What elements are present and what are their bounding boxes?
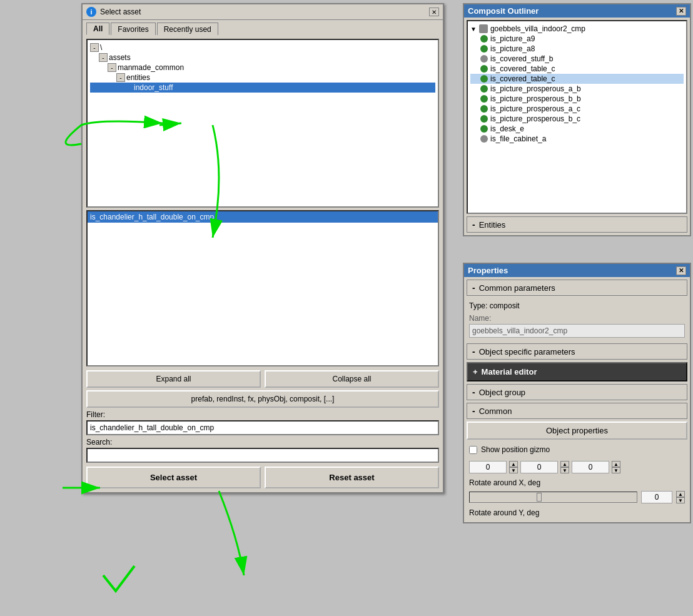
show-position-gizmo-row: Show position gizmo xyxy=(467,443,687,456)
root-node-icon xyxy=(479,24,488,33)
y-spinner[interactable]: ▲ ▼ xyxy=(560,461,569,473)
tree-label-assets: assets xyxy=(109,53,131,62)
search-input[interactable] xyxy=(86,448,439,463)
dot-icon-4 xyxy=(480,75,488,83)
x-spin-down[interactable]: ▼ xyxy=(509,467,518,473)
expand-all-button[interactable]: Expand all xyxy=(86,370,261,388)
outliner-close-button[interactable]: ✕ xyxy=(676,7,686,16)
y-spin-up[interactable]: ▲ xyxy=(560,461,569,467)
outliner-item-4[interactable]: is_covered_table_c xyxy=(470,74,684,84)
tree-expander-entities[interactable]: - xyxy=(116,73,125,82)
outliner-item-6[interactable]: is_picture_prosperous_b_b xyxy=(470,94,684,104)
dot-icon-1 xyxy=(480,45,488,53)
dot-icon-10 xyxy=(480,135,488,143)
material-editor-button[interactable]: + Material editor xyxy=(467,362,687,381)
tree-item-entities[interactable]: - entities xyxy=(90,73,435,83)
tree-label-root: \ xyxy=(100,43,102,52)
filter-input[interactable] xyxy=(86,420,439,435)
properties-panel: Properties ✕ - Common parameters Type: c… xyxy=(463,263,691,523)
search-label: Search: xyxy=(86,438,439,447)
common-params-header[interactable]: - Common parameters xyxy=(467,280,687,296)
x-input[interactable] xyxy=(469,461,507,473)
dot-icon-2 xyxy=(480,55,488,63)
mat-plus-icon: + xyxy=(473,367,478,376)
rotate-x-spinner[interactable]: ▲ ▼ xyxy=(676,491,685,503)
dot-icon-9 xyxy=(480,125,488,133)
filter-types-button[interactable]: prefab, rendInst, fx, physObj, composit,… xyxy=(86,390,439,408)
outliner-item-1[interactable]: is_picture_a8 xyxy=(470,44,684,54)
outliner-item-root[interactable]: ▼ goebbels_villa_indoor2_cmp xyxy=(470,24,684,34)
y-spin-down[interactable]: ▼ xyxy=(560,467,569,473)
outliner-item-10[interactable]: is_file_cabinet_a xyxy=(470,134,684,144)
tree-item-root[interactable]: - \ xyxy=(90,43,435,53)
dialog-tabs: All Favorites Recently used xyxy=(83,20,443,35)
x-spin-up[interactable]: ▲ xyxy=(509,461,518,467)
z-spin-up[interactable]: ▲ xyxy=(612,461,620,467)
tree-expander-assets[interactable]: - xyxy=(99,53,108,62)
outliner-label-7: is_picture_prosperous_a_c xyxy=(490,104,580,113)
expand-collapse-row: Expand all Collapse all xyxy=(86,370,439,388)
outliner-label-8: is_picture_prosperous_b_c xyxy=(490,114,580,123)
asset-item-chandelier[interactable]: is_chandelier_h_tall_double_on_cmp xyxy=(88,211,438,223)
entities-label: Entities xyxy=(479,220,506,230)
x-spinner[interactable]: ▲ ▼ xyxy=(509,461,518,473)
obj-group-label: Object group xyxy=(479,388,525,397)
outliner-tree[interactable]: ▼ goebbels_villa_indoor2_cmp is_picture_… xyxy=(467,20,687,214)
obj-spec-collapse: - xyxy=(472,346,475,356)
rotate-x-spin-down[interactable]: ▼ xyxy=(676,497,685,503)
rotate-y-label: Rotate around Y, deg xyxy=(467,507,687,518)
outliner-item-9[interactable]: is_desk_e xyxy=(470,124,684,134)
z-input[interactable] xyxy=(572,461,609,473)
outliner-item-3[interactable]: is_covered_table_c xyxy=(470,64,684,74)
tree-expander-root[interactable]: - xyxy=(90,43,99,52)
tree-label-manmade: manmade_common xyxy=(118,63,184,72)
outliner-label-6: is_picture_prosperous_b_b xyxy=(490,94,581,103)
tree-item-manmade-common[interactable]: - manmade_common xyxy=(90,63,435,73)
asset-item-label: is_chandelier_h_tall_double_on_cmp xyxy=(90,213,214,221)
y-input[interactable] xyxy=(520,461,558,473)
rotate-x-spin-up[interactable]: ▲ xyxy=(676,491,685,497)
tab-recently-used[interactable]: Recently used xyxy=(157,23,218,35)
name-input[interactable] xyxy=(469,324,685,338)
asset-tree-panel[interactable]: - \ - assets - manmade_common - entities… xyxy=(86,39,439,208)
tree-collapse-icon: ▼ xyxy=(470,26,477,33)
tree-item-assets[interactable]: - assets xyxy=(90,53,435,63)
material-editor-label: Material editor xyxy=(482,367,537,376)
tab-all[interactable]: All xyxy=(86,23,109,35)
outliner-item-5[interactable]: is_picture_prosperous_a_b xyxy=(470,84,684,94)
tree-expander-manmade[interactable]: - xyxy=(108,63,116,72)
tab-favorites[interactable]: Favorites xyxy=(111,23,155,35)
obj-group-collapse: - xyxy=(472,387,475,397)
object-properties-button[interactable]: Object properties xyxy=(467,422,687,440)
outliner-item-8[interactable]: is_picture_prosperous_b_c xyxy=(470,114,684,124)
collapse-all-button[interactable]: Collapse all xyxy=(265,370,439,388)
rotate-x-input[interactable] xyxy=(641,491,672,503)
outliner-title: Composit Outliner xyxy=(468,6,539,16)
outliner-label-5: is_picture_prosperous_a_b xyxy=(490,84,581,93)
outliner-label-3: is_covered_table_c xyxy=(490,64,555,73)
common-params-label: Common parameters xyxy=(479,283,555,293)
reset-asset-button[interactable]: Reset asset xyxy=(265,467,439,488)
outliner-item-2[interactable]: is_covered_stuff_b xyxy=(470,54,684,64)
z-spin-down[interactable]: ▼ xyxy=(612,467,620,473)
filter-row: Filter: xyxy=(86,410,439,435)
obj-group-header[interactable]: - Object group xyxy=(467,384,687,400)
rotate-x-slider[interactable] xyxy=(469,492,637,503)
common-section-header[interactable]: - Common xyxy=(467,403,687,419)
obj-spec-header[interactable]: - Object specific parameters xyxy=(467,343,687,360)
dialog-titlebar: i Select asset ✕ xyxy=(83,4,443,20)
properties-close-button[interactable]: ✕ xyxy=(676,266,686,275)
outliner-item-7[interactable]: is_picture_prosperous_a_c xyxy=(470,104,684,114)
outliner-label-2: is_covered_stuff_b xyxy=(490,54,554,63)
z-spinner[interactable]: ▲ ▼ xyxy=(612,461,620,473)
outliner-titlebar: Composit Outliner ✕ xyxy=(464,4,690,18)
show-position-gizmo-checkbox[interactable] xyxy=(469,446,477,454)
select-asset-button[interactable]: Select asset xyxy=(86,467,261,488)
dialog-close-button[interactable]: ✕ xyxy=(429,8,439,16)
entities-section-header[interactable]: - Entities xyxy=(467,216,687,233)
outliner-item-0[interactable]: is_picture_a9 xyxy=(470,34,684,44)
asset-list-panel[interactable]: is_chandelier_h_tall_double_on_cmp xyxy=(86,210,439,366)
props-content: - Common parameters Type: composit Name:… xyxy=(464,277,690,522)
search-row: Search: xyxy=(86,438,439,463)
tree-item-indoor-stuff[interactable]: indoor_stuff xyxy=(90,83,435,93)
